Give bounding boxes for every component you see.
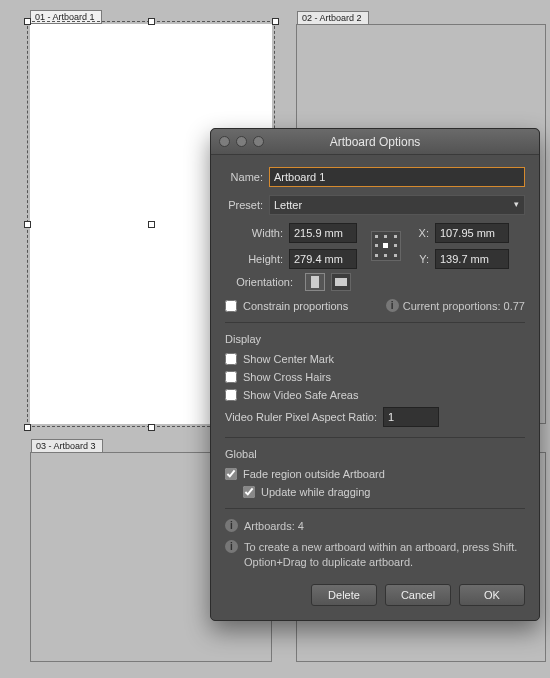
constrain-label: Constrain proportions [243, 300, 348, 312]
divider [225, 322, 525, 323]
info-icon: i [386, 299, 399, 312]
handle-tl[interactable] [24, 18, 31, 25]
orientation-portrait-button[interactable] [305, 273, 325, 291]
preset-select-wrap[interactable]: Letter ▾ [269, 195, 525, 215]
info-icon: i [225, 519, 238, 532]
update-checkbox[interactable] [243, 486, 255, 498]
handle-tr[interactable] [272, 18, 279, 25]
dialog-titlebar[interactable]: Artboard Options [211, 129, 539, 155]
artboard-2-label: 02 - Artboard 2 [297, 11, 369, 25]
show-crosshairs-checkbox[interactable] [225, 371, 237, 383]
divider-3 [225, 508, 525, 509]
y-input[interactable] [435, 249, 509, 269]
global-heading: Global [225, 448, 525, 460]
handle-center[interactable] [148, 221, 155, 228]
x-label: X: [415, 227, 429, 239]
cancel-button[interactable]: Cancel [385, 584, 451, 606]
proportions-label: Current proportions: 0.77 [403, 300, 525, 312]
zoom-icon [253, 136, 264, 147]
handle-bm[interactable] [148, 424, 155, 431]
divider-2 [225, 437, 525, 438]
height-input[interactable] [289, 249, 357, 269]
display-heading: Display [225, 333, 525, 345]
close-icon[interactable] [219, 136, 230, 147]
handle-ml[interactable] [24, 221, 31, 228]
x-input[interactable] [435, 223, 509, 243]
orientation-landscape-button[interactable] [331, 273, 351, 291]
name-input[interactable] [269, 167, 525, 187]
show-center-checkbox[interactable] [225, 353, 237, 365]
width-label: Width: [239, 227, 283, 239]
show-safe-label: Show Video Safe Areas [243, 389, 358, 401]
height-label: Height: [239, 253, 283, 265]
fade-checkbox[interactable] [225, 468, 237, 480]
y-label: Y: [415, 253, 429, 265]
constrain-checkbox[interactable] [225, 300, 237, 312]
fade-label: Fade region outside Artboard [243, 468, 385, 480]
window-controls[interactable] [219, 136, 264, 147]
handle-bl[interactable] [24, 424, 31, 431]
handle-tm[interactable] [148, 18, 155, 25]
artboard-options-dialog: Artboard Options Name: Preset: Letter ▾ … [210, 128, 540, 621]
minimize-icon [236, 136, 247, 147]
show-center-label: Show Center Mark [243, 353, 334, 365]
hint-text: To create a new artboard within an artbo… [244, 540, 525, 570]
update-label: Update while dragging [261, 486, 370, 498]
artboards-count: Artboards: 4 [244, 519, 304, 534]
show-safe-checkbox[interactable] [225, 389, 237, 401]
show-crosshairs-label: Show Cross Hairs [243, 371, 331, 383]
aspect-input[interactable] [383, 407, 439, 427]
preset-select[interactable]: Letter [269, 195, 525, 215]
artboard-1-label: 01 - Artboard 1 [30, 10, 102, 24]
preset-label: Preset: [225, 199, 263, 211]
name-label: Name: [225, 171, 263, 183]
delete-button[interactable]: Delete [311, 584, 377, 606]
dialog-title: Artboard Options [330, 135, 421, 149]
width-input[interactable] [289, 223, 357, 243]
info-icon: i [225, 540, 238, 553]
aspect-label: Video Ruler Pixel Aspect Ratio: [225, 411, 377, 423]
orientation-label: Orientation: [225, 276, 293, 288]
ok-button[interactable]: OK [459, 584, 525, 606]
artboard-3-label: 03 - Artboard 3 [31, 439, 103, 453]
reference-point[interactable] [371, 231, 401, 261]
